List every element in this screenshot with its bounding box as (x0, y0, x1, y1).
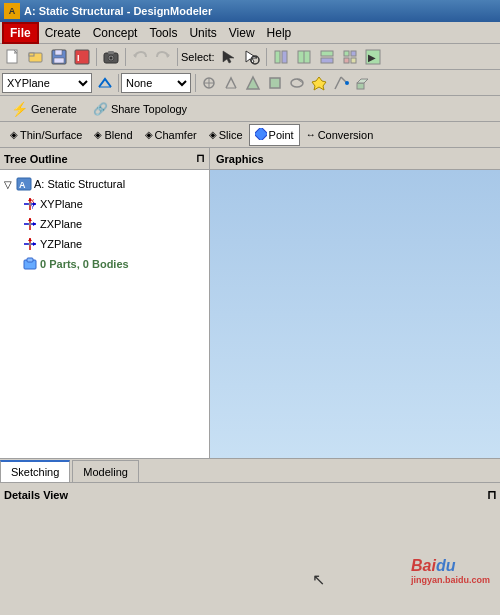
svg-rect-2 (29, 53, 34, 56)
tree-item-parts[interactable]: 0 Parts, 0 Bodies (0, 254, 209, 274)
plane-select[interactable]: XYPlane (2, 73, 92, 93)
menu-help[interactable]: Help (261, 24, 298, 42)
point-button[interactable]: Point (249, 124, 300, 146)
svg-rect-17 (275, 51, 280, 63)
view-btn-2[interactable] (293, 46, 315, 68)
menu-units[interactable]: Units (183, 24, 222, 42)
svg-point-41 (345, 81, 349, 85)
menu-view[interactable]: View (223, 24, 261, 42)
separator-5 (118, 74, 119, 92)
tree-item-xyplane[interactable]: X Y XYPlane (0, 194, 209, 214)
svg-line-39 (335, 77, 341, 89)
svg-point-36 (291, 79, 303, 87)
details-label: Details View (4, 489, 68, 501)
sketch-op-4[interactable] (264, 72, 286, 94)
details-bar: Details View ⊓ (0, 482, 500, 506)
svg-rect-22 (321, 58, 333, 63)
svg-rect-24 (351, 51, 356, 56)
generate-button[interactable]: ⚡ Generate (4, 98, 84, 120)
menu-tools[interactable]: Tools (143, 24, 183, 42)
tree-xyplane-label: XYPlane (40, 198, 83, 210)
chamfer-label: Chamfer (155, 129, 197, 141)
conversion-button[interactable]: ↔ Conversion (300, 124, 380, 146)
svg-marker-61 (28, 238, 32, 241)
details-pin[interactable]: ⊓ (487, 488, 496, 502)
tree-item-yzplane[interactable]: YZPlane (0, 234, 209, 254)
undo-button[interactable] (129, 46, 151, 68)
sketch-op-5[interactable] (286, 72, 308, 94)
graphics-label: Graphics (216, 153, 264, 165)
view-btn-4[interactable] (339, 46, 361, 68)
menu-file[interactable]: File (2, 22, 39, 44)
slice-button[interactable]: ◈ Slice (203, 124, 249, 146)
tree-icon-root: A (16, 176, 32, 192)
svg-point-58 (29, 223, 32, 226)
svg-rect-25 (344, 58, 349, 63)
svg-point-10 (110, 56, 113, 59)
view-btn-5[interactable]: ▶ (362, 46, 384, 68)
tree-icon-xy: X Y (22, 196, 38, 212)
toolbar-sketch: ◈ Thin/Surface ◈ Blend ◈ Chamfer ◈ Slice… (0, 122, 500, 148)
sketch-op-7[interactable] (330, 72, 352, 94)
share-topology-button[interactable]: 🔗 Share Topology (86, 98, 194, 120)
svg-rect-21 (321, 51, 333, 56)
open-button[interactable] (25, 46, 47, 68)
svg-rect-26 (351, 58, 356, 63)
svg-rect-23 (344, 51, 349, 56)
main-area: Tree Outline ⊓ ▽ A A: Static Structural (0, 148, 500, 458)
generate-label: Generate (31, 103, 77, 115)
graphics-panel: Graphics (210, 148, 500, 458)
sketch-op-8[interactable] (352, 72, 374, 94)
sketch-op-3[interactable] (242, 72, 264, 94)
svg-marker-34 (247, 77, 259, 89)
point-label: Point (269, 129, 294, 141)
tree-root[interactable]: ▽ A A: Static Structural (0, 174, 209, 194)
chamfer-button[interactable]: ◈ Chamfer (139, 124, 203, 146)
cursor-indicator: ↖ (312, 570, 325, 589)
toolbar-generate: ⚡ Generate 🔗 Share Topology (0, 96, 500, 122)
sketch-op-6[interactable] (308, 72, 330, 94)
tab-modeling[interactable]: Modeling (72, 460, 139, 482)
bottom-tabs: Sketching Modeling (0, 458, 500, 482)
watermark-line1: Baidu (411, 557, 490, 575)
camera-button[interactable] (100, 46, 122, 68)
expand-icon-root[interactable]: ▽ (2, 178, 14, 190)
toolbar-row-1: I Select: ▶ (0, 44, 500, 70)
menu-create[interactable]: Create (39, 24, 87, 42)
select-mode-2[interactable] (241, 46, 263, 68)
sketch-op-1[interactable] (198, 72, 220, 94)
title-text: A: Static Structural - DesignModeler (24, 5, 212, 17)
svg-rect-35 (270, 78, 280, 88)
thin-surface-label: Thin/Surface (20, 129, 82, 141)
tab-sketching-label: Sketching (11, 466, 59, 478)
svg-point-63 (29, 243, 32, 246)
tree-item-zxplane[interactable]: ZXPlane (0, 214, 209, 234)
redo-button[interactable] (152, 46, 174, 68)
blend-icon: ◈ (94, 129, 102, 140)
save-button[interactable] (48, 46, 70, 68)
menu-concept[interactable]: Concept (87, 24, 144, 42)
thin-surface-button[interactable]: ◈ Thin/Surface (4, 124, 88, 146)
tree-icon-parts (22, 256, 38, 272)
sketch-op-2[interactable] (220, 72, 242, 94)
title-bar: A A: Static Structural - DesignModeler (0, 0, 500, 22)
new-button[interactable] (2, 46, 24, 68)
tree-pin[interactable]: ⊓ (196, 152, 205, 165)
point-icon (255, 128, 267, 142)
watermark-line2: jingyan.baidu.com (411, 575, 490, 585)
tree-content: ▽ A A: Static Structural (0, 170, 209, 458)
tab-sketching[interactable]: Sketching (0, 460, 70, 482)
view-btn-3[interactable] (316, 46, 338, 68)
tree-icon-zx (22, 216, 38, 232)
none-select[interactable]: None (121, 73, 191, 93)
import-button[interactable]: I (71, 46, 93, 68)
blend-button[interactable]: ◈ Blend (88, 124, 138, 146)
view-btn-1[interactable] (270, 46, 292, 68)
svg-marker-14 (223, 51, 234, 63)
share-topology-icon: 🔗 (93, 102, 108, 116)
select-mode-1[interactable] (218, 46, 240, 68)
graphics-content[interactable] (210, 170, 500, 458)
menu-bar: File Create Concept Tools Units View Hel… (0, 22, 500, 44)
plane-orient-btn[interactable] (94, 72, 116, 94)
svg-marker-57 (33, 222, 36, 226)
